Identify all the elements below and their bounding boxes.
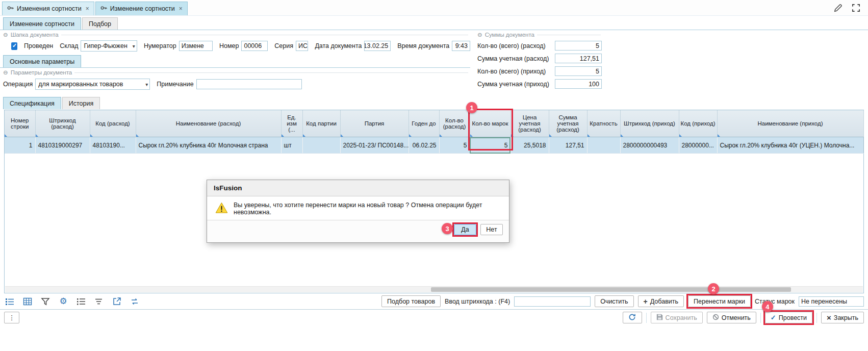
col-header[interactable]: Цена учетная (расход) (510, 110, 549, 137)
toolbar-icons: ⚙ (4, 296, 140, 307)
sort-lines-icon[interactable] (93, 296, 105, 307)
cell[interactable]: Сырок гл.20% клубника 40г Молочная стран… (136, 137, 281, 154)
col-header[interactable]: Сумма учетная (расход) (549, 110, 587, 137)
button-label: Добавить (650, 298, 678, 305)
col-header[interactable]: Наименование (приход) (717, 110, 863, 137)
export-icon[interactable] (111, 296, 122, 307)
col-header[interactable]: Ед. изм (... (281, 110, 302, 137)
barcode-label: Ввод штрихкода : (F4) (445, 298, 510, 305)
tab-osnovnye-parametry[interactable]: Основные параметры (3, 55, 81, 67)
grid-view-icon[interactable] (22, 296, 33, 307)
more-button[interactable]: ⋮ (4, 312, 19, 323)
col-header[interactable]: Партия (340, 110, 409, 137)
tab-izmenenie-sortnosti[interactable]: Изменение сортности (3, 17, 81, 30)
cell[interactable]: 2800000000493 (620, 137, 679, 154)
col-header[interactable]: Код (приход) (679, 110, 717, 137)
col-header-kolvo-marok[interactable]: Кол-во марок (470, 110, 510, 137)
cell[interactable] (587, 137, 620, 154)
cancel-button[interactable]: Отменить (707, 312, 756, 323)
collapse-icon[interactable]: ⊖ (3, 31, 8, 38)
gear-icon[interactable]: ⚙ (58, 296, 69, 307)
filter-icon[interactable] (40, 296, 51, 307)
sklad-select[interactable]: Гипер-Фьюжен ▾ (81, 40, 137, 52)
collapse-icon[interactable]: ⊖ (3, 69, 8, 76)
col-header[interactable]: Штрихкод (расход) (35, 110, 90, 137)
more-icon: ⋮ (9, 314, 15, 321)
list-view-icon[interactable] (4, 296, 15, 307)
nomer-field[interactable]: 00006 (241, 41, 268, 51)
doc-date-field[interactable]: 13.02.25 (364, 41, 391, 51)
doc-tabbar: Изменение сортности Подбор (0, 16, 868, 30)
cell[interactable] (302, 137, 340, 154)
seria-field[interactable]: ИС (296, 41, 308, 51)
col-header[interactable]: Штрихкод (приход) (620, 110, 679, 137)
close-button[interactable]: × Закрыть (821, 312, 864, 323)
window-tab-izmeneniya-sortnosti[interactable]: Изменения сортности × (2, 2, 94, 15)
note-label: Примечание (157, 81, 193, 88)
cell[interactable]: 28000000... (679, 137, 717, 154)
warning-icon (215, 202, 228, 215)
edit-icon[interactable] (833, 3, 843, 13)
cell[interactable]: 25,5018 (510, 137, 549, 154)
marks-status-field[interactable]: Не перенесены (799, 296, 864, 307)
doc-time-label: Время документа (397, 42, 449, 49)
sum-field[interactable]: 100 (555, 79, 602, 89)
doc-time-field[interactable]: 9:43 (452, 41, 470, 51)
group-header-doc: ⊖ Шапка документа (0, 30, 470, 39)
podbor-tovarov-button[interactable]: Подбор товаров (381, 295, 441, 307)
tab-close-icon[interactable]: × (86, 5, 89, 12)
refresh-button[interactable] (623, 312, 642, 323)
col-header[interactable]: Кол-во (расход) (439, 110, 470, 137)
col-header[interactable]: Кратность (587, 110, 620, 137)
cell[interactable]: 06.02.25 (409, 137, 439, 154)
cell[interactable]: 2025-01-23/ ПС00148... (340, 137, 409, 154)
note-field[interactable] (196, 79, 302, 89)
fullscreen-icon[interactable] (851, 3, 861, 13)
grid-toolbar: ⚙ Подбор товаров Ввод штрихкода : (F4) О… (0, 293, 868, 309)
col-header[interactable]: Номер строки (5, 110, 35, 137)
numerator-field[interactable]: Измене (179, 41, 213, 51)
horizontal-scrollbar[interactable] (5, 286, 863, 292)
cell[interactable]: 1 (5, 137, 35, 154)
ordered-list-icon[interactable] (75, 296, 87, 307)
cell-kolvo-marok[interactable]: 5 (470, 137, 510, 154)
tab-close-icon[interactable]: × (179, 5, 183, 12)
add-button[interactable]: + Добавить (638, 295, 684, 307)
col-header[interactable]: Годен до (409, 110, 439, 137)
sum-label: Кол-во (всего) (расход) (477, 42, 546, 49)
no-button[interactable]: Нет (480, 224, 503, 235)
tab-specifikaciya[interactable]: Спецификация (3, 97, 61, 109)
barcode-input[interactable] (514, 296, 591, 307)
cell[interactable]: 4810319000297 (35, 137, 90, 154)
collapse-icon[interactable]: ⊖ (477, 31, 482, 38)
cell[interactable]: 127,51 (549, 137, 587, 154)
cell[interactable]: 5 (439, 137, 470, 154)
transfer-marks-button[interactable]: Перенести марки 2 (688, 295, 751, 307)
tab-istoriya[interactable]: История (62, 97, 100, 109)
window-tab-izmenenie-sortnosti[interactable]: Изменение сортности × (95, 2, 188, 15)
col-header[interactable]: Код (расход) (90, 110, 136, 137)
operation-select[interactable]: для маркированных товаров ▾ (35, 79, 150, 90)
toolbar-right: Подбор товаров Ввод штрихкода : (F4) Очи… (381, 295, 864, 307)
clear-button[interactable]: Очистить (595, 295, 633, 307)
tab-podbor[interactable]: Подбор (82, 17, 118, 30)
proveden-checkbox[interactable] (11, 42, 17, 50)
table-row[interactable]: 1 4810319000297 48103190... Сырок гл.20%… (5, 137, 863, 154)
post-button[interactable]: ✓ Провести 4 (765, 312, 812, 323)
button-label: Очистить (600, 298, 628, 305)
col-header[interactable]: Наименование (расход) (136, 110, 281, 137)
cell[interactable]: шт (281, 137, 302, 154)
yes-button[interactable]: Да 3 (454, 224, 476, 235)
sum-field[interactable]: 5 (555, 41, 602, 51)
cell[interactable]: Сырок гл.20% клубника 40г (УЦЕН.) Молочн… (717, 137, 863, 154)
swap-refresh-icon[interactable] (129, 296, 140, 307)
sum-field[interactable]: 127,51 (555, 54, 602, 63)
actionbar-right: Сохранить Отменить ✓ Провести 4 × Закрыт… (623, 312, 864, 323)
scrollbar-thumb[interactable] (431, 287, 791, 292)
sum-field[interactable]: 5 (555, 66, 602, 76)
save-button[interactable]: Сохранить (651, 312, 703, 323)
cell[interactable]: 48103190... (90, 137, 136, 154)
nomer-label: Номер (219, 42, 239, 49)
col-header[interactable]: Код партии (302, 110, 340, 137)
spec-tabbar: Спецификация История (0, 95, 868, 109)
